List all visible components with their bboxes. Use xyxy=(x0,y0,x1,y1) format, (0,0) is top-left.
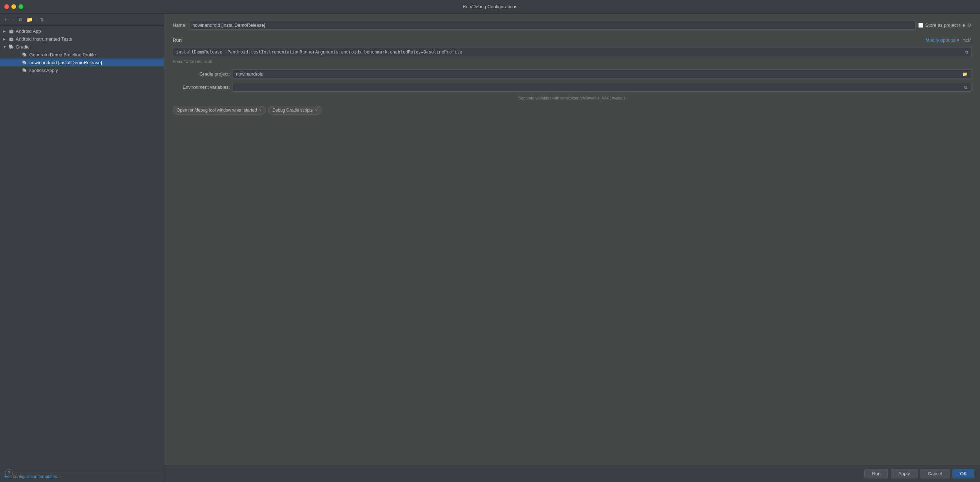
name-input[interactable] xyxy=(189,21,915,30)
gradle-task-icon: 🐘 xyxy=(21,67,28,73)
modify-options-shortcut: ⌥M xyxy=(963,38,971,43)
remove-config-button[interactable]: − xyxy=(10,16,16,23)
run-command-area: installDemoRelease -Pandroid.testInstrum… xyxy=(173,47,971,57)
gradle-project-input[interactable] xyxy=(236,71,961,77)
chevron-down-icon: ▾ xyxy=(957,37,959,43)
name-row: Name: Store as project file ⚙ xyxy=(173,21,971,30)
tag-debug-gradle-close[interactable]: × xyxy=(315,108,318,113)
tag-open-window-close[interactable]: × xyxy=(259,108,262,113)
sort-icon: ⇅ xyxy=(40,17,44,22)
gradle-task-icon: 🐘 xyxy=(21,60,28,65)
copy-command-icon[interactable]: ⧉ xyxy=(965,49,968,54)
run-section-header: Run Modify options ▾ ⌥M xyxy=(173,37,971,43)
tree-item-nowinandroid[interactable]: 🐘 nowinandroid [installDemoRelease] xyxy=(0,59,164,66)
tree-item-label: spotlessApply xyxy=(29,68,58,73)
store-project-label: Store as project file xyxy=(925,22,965,28)
tag-debug-gradle: Debug Gradle scripts × xyxy=(268,106,321,114)
sidebar-footer: Edit configuration templates... xyxy=(0,471,164,482)
tree-item-gradle[interactable]: ▼ 🐘 Gradle xyxy=(0,43,164,51)
window-controls[interactable] xyxy=(4,4,23,9)
sidebar: + − ⧉ 📁 ⇅ ▶ 🤖 Android App xyxy=(0,14,164,482)
chevron-right-icon: ▶ xyxy=(3,29,8,33)
tree-item-label: Generate Demo Baseline Profile xyxy=(29,52,95,57)
tag-debug-gradle-label: Debug Gradle scripts xyxy=(272,108,313,113)
folder-icon: 📁 xyxy=(26,17,32,22)
tag-open-window: Open run/debug tool window when started … xyxy=(173,106,266,114)
tree-item-android-app[interactable]: ▶ 🤖 Android App xyxy=(0,27,164,35)
run-section-title: Run xyxy=(173,37,181,43)
env-variables-label: Environment variables: xyxy=(173,84,230,90)
tree-item-spotless-apply[interactable]: 🐘 spotlessApply xyxy=(0,66,164,74)
name-label: Name: xyxy=(173,22,186,28)
toolbar-separator xyxy=(36,17,37,22)
android-instrumented-icon: 🤖 xyxy=(8,36,14,42)
window-title: Run/Debug Configurations xyxy=(463,4,517,9)
close-button[interactable] xyxy=(4,4,9,9)
apply-button[interactable]: Apply xyxy=(891,469,918,479)
minus-icon: − xyxy=(11,17,14,22)
gradle-icon: 🐘 xyxy=(8,44,14,49)
sidebar-tree: ▶ 🤖 Android App ▶ 🤖 Android Instrumented… xyxy=(0,26,164,471)
tree-item-generate-demo[interactable]: 🐘 Generate Demo Baseline Profile xyxy=(0,51,164,59)
config-content: Name: Store as project file ⚙ Run Modify… xyxy=(164,14,980,465)
env-variables-input[interactable] xyxy=(236,84,964,90)
title-bar: Run/Debug Configurations xyxy=(0,0,980,14)
run-button[interactable]: Run xyxy=(864,469,888,479)
minimize-button[interactable] xyxy=(11,4,16,9)
env-variables-row: Environment variables: ⧉ xyxy=(173,83,971,92)
action-bar: Run Apply Cancel OK xyxy=(164,465,980,482)
main-layout: + − ⧉ 📁 ⇅ ▶ 🤖 Android App xyxy=(0,14,980,482)
tree-item-label: Android Instrumented Tests xyxy=(16,36,72,42)
chevron-right-icon: ▶ xyxy=(3,37,8,41)
sidebar-toolbar: + − ⧉ 📁 ⇅ xyxy=(0,14,164,26)
env-variables-input-wrapper: ⧉ xyxy=(233,83,971,92)
env-edit-icon[interactable]: ⧉ xyxy=(964,85,968,90)
tree-item-label: Gradle xyxy=(16,44,30,49)
tree-item-label: Android App xyxy=(16,29,41,34)
sort-button[interactable]: ⇅ xyxy=(38,16,46,23)
field-hints: Press ⌥ for field hints xyxy=(173,59,971,64)
gear-icon[interactable]: ⚙ xyxy=(967,22,971,28)
gradle-project-row: Gradle project: 📁 xyxy=(173,70,971,78)
plus-icon: + xyxy=(4,17,7,22)
tag-open-window-label: Open run/debug tool window when started xyxy=(177,108,257,113)
gradle-project-label: Gradle project: xyxy=(173,71,230,77)
chevron-down-icon: ▼ xyxy=(3,45,8,49)
android-app-icon: 🤖 xyxy=(8,28,14,34)
tree-item-android-instrumented[interactable]: ▶ 🤖 Android Instrumented Tests xyxy=(0,35,164,43)
run-command-text: installDemoRelease -Pandroid.testInstrum… xyxy=(176,49,962,54)
cancel-button[interactable]: Cancel xyxy=(920,469,950,479)
ok-button[interactable]: OK xyxy=(953,469,974,479)
copy-config-button[interactable]: ⧉ xyxy=(17,16,24,23)
edit-templates-link[interactable]: Edit configuration templates... xyxy=(4,474,60,479)
tree-item-label: nowinandroid [installDemoRelease] xyxy=(29,60,102,65)
store-project-checkbox[interactable] xyxy=(918,23,923,28)
env-hint: Separate variables with semicolon: VAR=v… xyxy=(173,96,971,100)
maximize-button[interactable] xyxy=(19,4,23,9)
folder-browse-icon[interactable]: 📁 xyxy=(961,72,968,77)
tags-row: Open run/debug tool window when started … xyxy=(173,106,971,114)
gradle-task-icon: 🐘 xyxy=(21,52,28,57)
modify-options-label: Modify options xyxy=(925,37,955,43)
right-panel: Name: Store as project file ⚙ Run Modify… xyxy=(164,14,980,482)
modify-options-button[interactable]: Modify options ▾ xyxy=(924,37,961,43)
help-button[interactable]: ? xyxy=(5,469,13,477)
add-config-button[interactable]: + xyxy=(3,16,9,23)
gradle-project-input-wrapper: 📁 xyxy=(233,70,971,78)
copy-icon: ⧉ xyxy=(19,16,22,22)
folder-button[interactable]: 📁 xyxy=(25,16,34,23)
store-project-row: Store as project file ⚙ xyxy=(918,22,971,28)
